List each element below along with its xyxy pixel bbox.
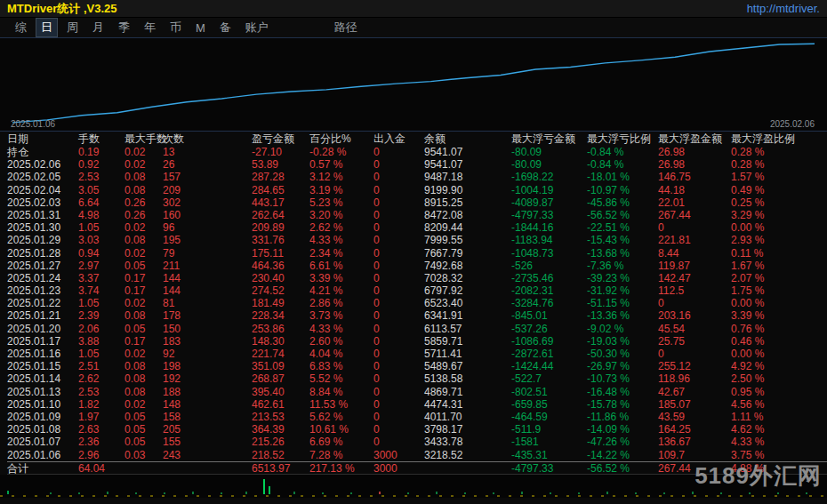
cell-count — [163, 462, 252, 474]
cell-lots: 1.97 — [78, 411, 124, 423]
cell-lots: 2.96 — [78, 449, 124, 461]
cell-max-float-profit: 0 — [658, 348, 731, 360]
cell-max-float-profit: 164.25 — [658, 423, 731, 436]
cell-pct: 10.61 % — [309, 423, 373, 436]
cell-count: 96 — [163, 221, 252, 234]
menu-item-币[interactable]: 币 — [165, 19, 186, 36]
table-row[interactable]: 2025.01.173.880.17183148.302.60 %05859.7… — [7, 335, 827, 348]
cell-pct: 2.34 % — [309, 247, 373, 260]
cell-date: 2025.01.16 — [7, 348, 78, 360]
table-row[interactable]: 持仓0.190.0213-27.10-0.28 %09541.07-80.09-… — [7, 146, 827, 158]
menu-item-月[interactable]: 月 — [88, 19, 108, 36]
cell-max-float-loss-pct: -39.23 % — [587, 272, 658, 284]
cell-lots: 2.63 — [78, 423, 124, 436]
cell-date: 2025.01.28 — [7, 247, 78, 260]
cell-count: 150 — [163, 323, 252, 335]
table-row[interactable]: 2025.01.161.050.0292221.744.04 %05711.41… — [7, 348, 827, 360]
cell-max-float-loss: -3284.76 — [511, 297, 587, 309]
menu-item-备[interactable]: 备 — [215, 19, 236, 36]
cell-balance: 6113.57 — [424, 323, 511, 335]
cell-balance: 6797.92 — [424, 284, 511, 297]
cell-max-float-profit-pct: 3.39 % — [731, 309, 811, 322]
table-row[interactable]: 2025.01.082.630.05205364.3910.61 %03798.… — [7, 423, 827, 436]
cell-max-float-loss: -537.26 — [511, 323, 587, 335]
cell-pct: 0.57 % — [309, 158, 373, 171]
menu-item-日[interactable]: 日 — [36, 19, 57, 36]
cell-pct: 5.23 % — [309, 196, 373, 209]
activity-tick — [78, 492, 80, 494]
table-row[interactable]: 2025.01.202.060.05150253.864.33 %06113.5… — [7, 323, 827, 335]
cell-max-lots: 0.02 — [124, 158, 163, 171]
table-row[interactable]: 2025.01.142.620.08192268.875.52 %05138.5… — [7, 372, 827, 385]
table-row[interactable]: 2025.02.052.530.08157287.283.12 %09487.1… — [7, 171, 827, 183]
cell-max-float-loss-pct: -56.52 % — [587, 209, 658, 221]
cell-pct: 6.61 % — [309, 260, 373, 272]
menu-item-路径[interactable]: 路径 — [330, 19, 362, 36]
cell-pct: 5.62 % — [309, 411, 373, 423]
cell-balance: 5138.58 — [424, 372, 511, 385]
table-row[interactable]: 2025.01.152.510.08198351.096.83 %05489.6… — [7, 360, 827, 372]
cell-max-float-profit-pct: 1.57 % — [731, 171, 811, 183]
cell-pct: 3.39 % — [309, 272, 373, 284]
cell-count: 211 — [163, 260, 252, 272]
cell-max-float-loss: -659.85 — [511, 398, 587, 411]
menu-bar: 综日周月季年币M备账户路径 — [0, 18, 827, 37]
cell-pct: 3.73 % — [309, 309, 373, 322]
cell-lots: 0.19 — [78, 146, 124, 158]
cell-cash-flow: 0 — [373, 158, 424, 171]
cell-max-float-profit-pct: 4.56 % — [731, 398, 811, 411]
app-url-link[interactable]: http://mtdriver. — [747, 2, 820, 15]
cell-pnl: 287.28 — [252, 171, 309, 183]
cell-pnl: 209.89 — [252, 221, 309, 234]
cell-date: 合计 — [7, 462, 78, 474]
cell-max-float-loss-pct: -0.84 % — [587, 158, 658, 171]
table-row[interactable]: 2025.01.243.370.17144230.403.39 %07028.3… — [7, 272, 827, 284]
cell-max-float-loss: -2735.46 — [511, 272, 587, 284]
cell-max-float-profit-pct: 3.75 % — [731, 449, 811, 461]
table-row[interactable]: 2025.02.060.920.022653.890.57 %09541.07-… — [7, 158, 827, 171]
cell-lots: 1.05 — [78, 348, 124, 360]
cell-max-lots: 0.17 — [124, 284, 163, 297]
table-row[interactable]: 2025.02.036.640.26302443.175.23 %08915.2… — [7, 196, 827, 209]
cell-max-lots: 0.05 — [124, 411, 163, 423]
table-row[interactable]: 2025.01.072.360.05155215.266.69 %03433.7… — [7, 436, 827, 448]
table-row[interactable]: 2025.01.101.820.02148462.6111.53 %04474.… — [7, 398, 827, 411]
menu-item-账户[interactable]: 账户 — [241, 19, 273, 36]
activity-tick — [777, 492, 779, 494]
cell-lots: 4.98 — [78, 209, 124, 221]
menu-item-季[interactable]: 季 — [114, 19, 134, 36]
table-row[interactable]: 2025.01.233.740.17144274.524.21 %06797.9… — [7, 284, 827, 297]
header-max-float-profit-pct: 最大浮盈比例 — [731, 132, 811, 146]
menu-item-M[interactable]: M — [191, 20, 210, 36]
cell-max-float-profit: 43.59 — [658, 411, 731, 423]
menu-item-年[interactable]: 年 — [140, 19, 160, 36]
activity-tick — [221, 492, 222, 494]
header-pct: 百分比% — [309, 132, 373, 146]
header-count: 次数 — [163, 132, 252, 146]
table-row[interactable]: 2025.01.132.530.08188395.408.84 %04869.7… — [7, 386, 827, 398]
cell-max-float-profit: 112.5 — [658, 284, 731, 297]
table-row[interactable]: 2025.01.212.390.08178228.343.73 %06341.9… — [7, 309, 827, 322]
table-row[interactable]: 2025.01.314.980.26160262.643.20 %08472.0… — [7, 209, 827, 221]
table-row[interactable]: 2025.02.043.050.08209284.653.19 %09199.9… — [7, 184, 827, 196]
menu-item-综[interactable]: 综 — [11, 19, 31, 36]
cell-cash-flow: 0 — [373, 335, 424, 348]
table-row[interactable]: 2025.01.062.960.03243218.527.28 %3000321… — [7, 449, 827, 461]
table-row[interactable]: 2025.01.272.970.05211464.366.61 %07492.6… — [7, 260, 827, 272]
cell-pnl: -27.10 — [252, 146, 309, 158]
cell-max-lots: 0.02 — [124, 297, 163, 309]
cell-pct: 3.12 % — [309, 171, 373, 183]
table-row[interactable]: 2025.01.293.030.08195331.764.33 %07999.5… — [7, 234, 827, 246]
table-row[interactable]: 2025.01.221.050.0281181.492.86 %06523.40… — [7, 297, 827, 309]
cell-cash-flow: 0 — [373, 360, 424, 372]
activity-tick — [663, 492, 665, 494]
menu-item-周[interactable]: 周 — [62, 19, 83, 36]
table-row[interactable]: 2025.01.091.970.05158213.535.62 %04011.7… — [7, 411, 827, 423]
cell-count: 157 — [163, 171, 252, 183]
cell-max-float-profit: 142.47 — [658, 272, 731, 284]
cell-pnl: 53.89 — [252, 158, 309, 171]
equity-curve-line — [12, 44, 815, 123]
cell-pct: 4.33 % — [309, 323, 373, 335]
table-row[interactable]: 2025.01.301.050.0296209.892.62 %08209.44… — [7, 221, 827, 234]
table-row[interactable]: 2025.01.280.940.0279175.112.34 %07667.79… — [7, 247, 827, 260]
